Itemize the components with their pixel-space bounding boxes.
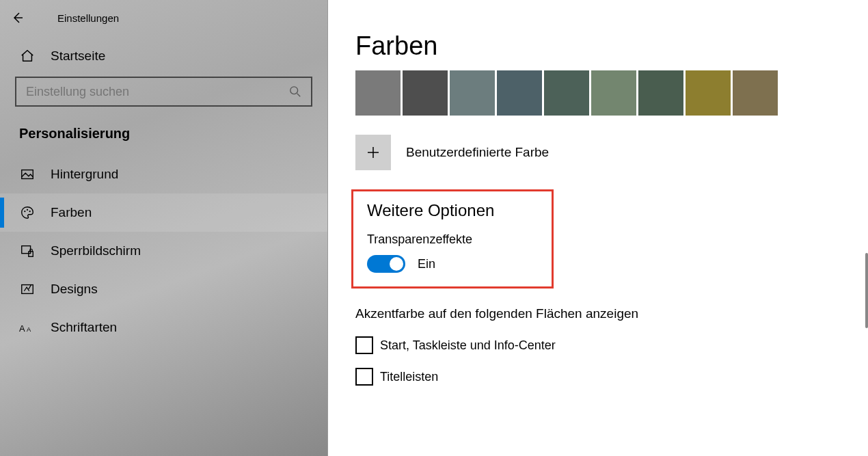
svg-rect-6 <box>22 246 31 254</box>
nav-label: Hintergrund <box>51 167 118 182</box>
svg-point-0 <box>290 87 298 94</box>
lockscreen-icon <box>19 243 36 258</box>
color-swatch[interactable] <box>638 70 683 116</box>
nav-item-designs[interactable]: Designs <box>0 270 327 308</box>
svg-point-3 <box>24 211 25 212</box>
image-icon <box>19 167 36 182</box>
color-swatch[interactable] <box>686 70 731 116</box>
transparency-toggle[interactable] <box>367 255 405 273</box>
nav-item-sperrbildschirm[interactable]: Sperrbildschirm <box>0 232 327 270</box>
search-icon <box>289 85 301 98</box>
transparency-toggle-row: Ein <box>367 255 538 273</box>
search-box[interactable] <box>15 77 312 107</box>
window-title: Einstellungen <box>57 12 119 24</box>
fonts-icon: AA <box>19 320 36 335</box>
color-swatch[interactable] <box>733 70 778 116</box>
transparency-label: Transparenzeffekte <box>367 232 538 247</box>
check-label: Titelleisten <box>380 370 438 384</box>
more-options-heading: Weitere Optionen <box>367 201 538 220</box>
search-input[interactable] <box>26 85 289 99</box>
designs-icon <box>19 282 36 297</box>
nav-label: Sperrbildschirm <box>51 243 141 258</box>
nav-label: Schriftarten <box>51 320 117 335</box>
palette-icon <box>19 205 36 220</box>
color-swatches-row <box>355 70 841 116</box>
check-row-start[interactable]: Start, Taskleiste und Info-Center <box>355 336 841 354</box>
plus-icon <box>365 144 381 161</box>
check-row-titelleisten[interactable]: Titelleisten <box>355 368 841 386</box>
arrow-left-icon <box>11 11 25 25</box>
svg-text:A: A <box>27 326 31 333</box>
svg-point-5 <box>29 211 31 212</box>
nav-label: Farben <box>51 205 92 220</box>
color-swatch[interactable] <box>403 70 448 116</box>
color-swatch[interactable] <box>450 70 495 116</box>
color-swatch[interactable] <box>544 70 589 116</box>
highlight-box: Weitere Optionen Transparenzeffekte Ein <box>351 189 554 289</box>
checkbox[interactable] <box>355 336 373 354</box>
home-icon <box>19 49 36 64</box>
transparency-state: Ein <box>418 257 435 271</box>
custom-color-row: Benutzerdefinierte Farbe <box>355 135 841 170</box>
check-label: Start, Taskleiste und Info-Center <box>380 338 556 353</box>
custom-color-label: Benutzerdefinierte Farbe <box>406 145 549 160</box>
back-button[interactable] <box>0 0 36 36</box>
toggle-knob <box>390 257 403 271</box>
svg-line-1 <box>297 94 301 97</box>
home-link[interactable]: Startseite <box>0 36 327 77</box>
svg-point-4 <box>27 209 28 211</box>
titlebar: Einstellungen <box>0 0 327 36</box>
scrollbar-thumb[interactable] <box>865 253 868 328</box>
sidebar: Einstellungen Startseite Personalisierun… <box>0 0 328 456</box>
custom-color-button[interactable] <box>355 135 391 170</box>
svg-rect-8 <box>22 285 33 294</box>
color-swatch[interactable] <box>497 70 542 116</box>
nav-item-schriftarten[interactable]: AA Schriftarten <box>0 308 327 347</box>
color-swatch[interactable] <box>591 70 636 116</box>
nav-item-farben[interactable]: Farben <box>0 193 327 232</box>
sidebar-inner: Startseite Personalisierung Hintergrund … <box>0 0 327 347</box>
color-swatch[interactable] <box>355 70 401 116</box>
section-title: Personalisierung <box>0 119 327 155</box>
nav-label: Designs <box>51 282 98 297</box>
nav-item-hintergrund[interactable]: Hintergrund <box>0 155 327 193</box>
home-label: Startseite <box>51 49 105 64</box>
content-pane: Farben Benutzerdefinierte Farbe Weitere … <box>328 0 868 456</box>
svg-text:A: A <box>19 323 25 334</box>
accent-heading: Akzentfarbe auf den folgenden Flächen an… <box>355 306 841 321</box>
checkbox[interactable] <box>355 368 373 386</box>
page-heading: Farben <box>355 31 841 61</box>
